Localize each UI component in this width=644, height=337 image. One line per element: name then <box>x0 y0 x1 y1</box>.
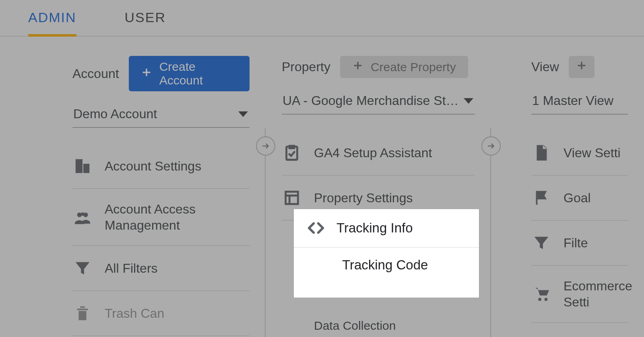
nav-view-settings[interactable]: View Setti <box>531 131 628 176</box>
code-icon <box>306 218 326 238</box>
top-tabs: ADMIN USER <box>0 0 644 37</box>
view-select[interactable]: 1 Master View <box>531 90 628 115</box>
account-header-label: Account <box>72 66 119 81</box>
nav-label: Account Access Management <box>105 201 250 233</box>
nav-account-access-management[interactable]: Account Access Management <box>72 189 250 246</box>
nav-all-filters[interactable]: All Filters <box>72 246 250 291</box>
collapse-arrow-icon[interactable] <box>256 136 275 156</box>
view-select-value: 1 Master View <box>532 93 613 108</box>
clipboard-check-icon <box>282 143 302 163</box>
nav-ga4-setup-assistant[interactable]: GA4 Setup Assistant <box>282 131 475 176</box>
nav-account-settings[interactable]: Account Settings <box>72 144 250 189</box>
nav-tracking-info[interactable]: Tracking Info <box>294 209 479 248</box>
nav-label: Ecommerce Setti <box>564 278 632 310</box>
account-select[interactable]: Demo Account <box>72 103 250 128</box>
nav-filters[interactable]: Filte <box>531 221 628 266</box>
nav-label: Account Settings <box>105 158 201 174</box>
caret-down-icon <box>464 98 473 104</box>
trash-icon <box>72 303 93 323</box>
nav-ecommerce-settings[interactable]: Ecommerce Setti <box>531 266 628 323</box>
nav-label: GA4 Setup Assistant <box>314 145 432 161</box>
cart-icon <box>531 284 551 304</box>
plus-icon <box>352 60 363 74</box>
caret-down-icon <box>238 111 248 117</box>
nav-label: Data Collection <box>314 318 396 333</box>
buildings-icon <box>72 156 93 176</box>
nav-label: All Filters <box>105 260 158 276</box>
svg-point-5 <box>538 298 541 301</box>
svg-point-6 <box>545 298 548 301</box>
create-property-button[interactable]: Create Property <box>340 56 468 78</box>
property-header-label: Property <box>282 60 330 74</box>
plus-icon <box>141 67 152 81</box>
nav-label: View Setti <box>564 145 621 161</box>
svg-rect-4 <box>286 192 298 204</box>
layout-icon <box>282 188 302 208</box>
nav-data-collection[interactable]: Data Collection <box>282 306 475 337</box>
account-select-value: Demo Account <box>73 107 157 121</box>
view-header-label: View <box>531 60 559 74</box>
account-column: Account Create Account Demo Account Acco… <box>0 56 266 337</box>
nav-goals[interactable]: Goal <box>531 176 628 221</box>
people-icon <box>72 207 93 227</box>
create-account-button[interactable]: Create Account <box>129 56 250 91</box>
filter-icon <box>72 258 93 278</box>
nav-label: Filte <box>564 235 588 251</box>
create-view-button[interactable] <box>569 56 594 78</box>
nav-trash-can[interactable]: Trash Can <box>72 291 250 336</box>
create-property-label: Create Property <box>371 60 456 74</box>
svg-point-2 <box>81 212 84 216</box>
property-select-value: UA - Google Merchandise Sto… <box>283 93 464 108</box>
create-account-label: Create Account <box>159 60 237 87</box>
filter-icon <box>531 233 551 253</box>
page-icon <box>531 143 551 163</box>
tab-user[interactable]: USER <box>125 10 166 36</box>
nav-label: Property Settings <box>314 190 413 206</box>
nav-label: Tracking Info <box>336 220 413 236</box>
nav-label: Goal <box>564 190 591 206</box>
nav-label: Trash Can <box>105 305 164 321</box>
property-select[interactable]: UA - Google Merchandise Sto… <box>282 90 475 115</box>
plus-icon <box>576 60 587 74</box>
nav-tracking-code[interactable]: Tracking Code <box>294 248 479 282</box>
spotlight-highlight: Tracking Info Tracking Code <box>294 209 479 298</box>
view-column: View 1 Master View View Setti Goal <box>491 56 644 337</box>
tab-admin[interactable]: ADMIN <box>28 10 76 37</box>
flag-icon <box>531 188 551 208</box>
collapse-arrow-icon[interactable] <box>481 136 501 156</box>
nav-label: Tracking Code <box>342 257 428 273</box>
